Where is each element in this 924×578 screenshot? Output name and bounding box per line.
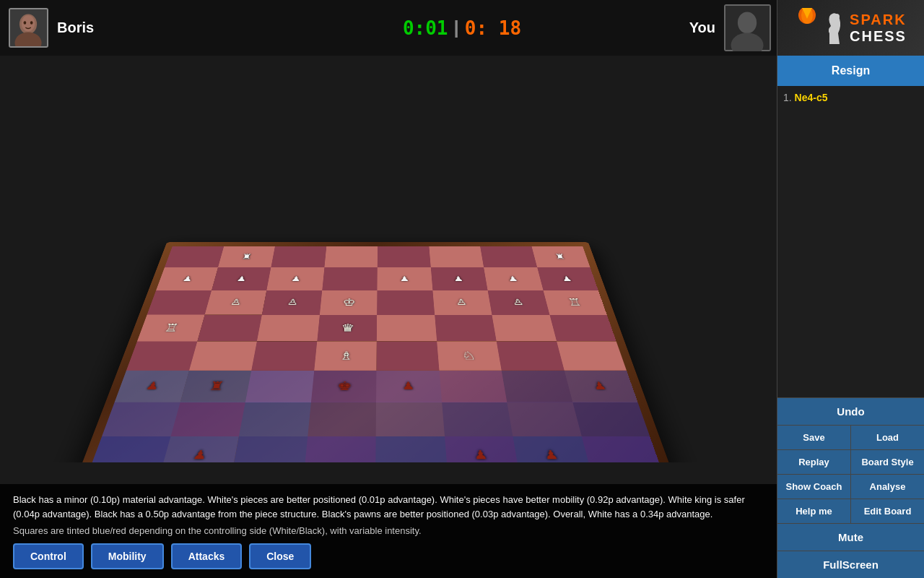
- helpme-editboard-row: Help me Edit Board: [777, 499, 924, 523]
- cell-r0c0: [165, 246, 224, 267]
- showcoach-analyse-row: Show Coach Analyse: [777, 475, 924, 499]
- cell-r7c5: ♟: [445, 436, 520, 462]
- cell-r5c2: [245, 371, 314, 402]
- board-style-button[interactable]: Board Style: [851, 450, 924, 474]
- cell-r1c5: ♟: [430, 267, 487, 290]
- edit-board-button[interactable]: Edit Board: [851, 499, 924, 523]
- cell-r2c3: ♔: [320, 290, 378, 315]
- cell-r4c7: [557, 341, 627, 370]
- save-button[interactable]: Save: [777, 426, 851, 449]
- show-coach-button[interactable]: Show Coach: [777, 475, 851, 499]
- cell-r4c3: ♗: [314, 341, 377, 370]
- cell-r2c5: ♙: [432, 290, 492, 315]
- cell-r2c1: ♙: [204, 290, 266, 315]
- cell-r0c7: ♜: [531, 246, 590, 267]
- svg-point-5: [30, 21, 33, 25]
- analysis-overlay: Black has a minor (0.10p) material advan…: [0, 484, 777, 578]
- cell-r7c0: [87, 436, 170, 462]
- cell-r6c0: [102, 402, 180, 436]
- replay-boardstyle-row: Replay Board Style: [777, 450, 924, 474]
- save-load-row: Save Load: [777, 426, 924, 449]
- player-right-name: You: [689, 20, 715, 36]
- analyse-button[interactable]: Analyse: [851, 475, 924, 499]
- cell-r7c7: [581, 436, 663, 462]
- cell-r0c5: [429, 246, 484, 267]
- svg-point-11: [834, 14, 840, 20]
- avatar-left: [9, 8, 48, 48]
- cell-r3c6: [492, 315, 556, 342]
- analysis-main-text: Black has a minor (0.10p) material advan…: [13, 493, 764, 521]
- cell-r4c0: [126, 341, 197, 370]
- close-button[interactable]: Close: [249, 543, 311, 569]
- logo-area: SPARK CHESS: [777, 0, 924, 56]
- board-transform-wrapper: ♜ ♜: [72, 242, 693, 462]
- analysis-sub-text: Squares are tinted blue/red depending on…: [13, 525, 764, 536]
- cell-r7c4: [375, 436, 448, 462]
- cell-r3c0: ♖: [137, 315, 204, 342]
- control-button[interactable]: Control: [13, 543, 84, 569]
- cell-r4c1: [189, 341, 257, 370]
- cell-r3c2: [257, 315, 320, 342]
- player-left-section: Boris: [0, 2, 103, 53]
- cell-r1c6: ♟: [484, 267, 543, 290]
- cell-r5c0: ♟: [115, 371, 189, 402]
- resign-button[interactable]: Resign: [777, 56, 924, 86]
- header: Boris 0:01 | 0: 18 You SPARK CHES: [0, 0, 924, 56]
- cell-r0c2: [271, 246, 326, 267]
- mute-button[interactable]: Mute: [777, 524, 924, 551]
- cell-r3c3: ♛: [317, 315, 377, 342]
- chess-board-3d: ♜ ♜: [0, 56, 777, 462]
- cell-r1c1: ♟: [212, 267, 271, 290]
- fullscreen-button[interactable]: FullScreen: [777, 551, 924, 578]
- cell-r3c5: [435, 315, 497, 342]
- cell-r3c1: [197, 315, 262, 342]
- load-button[interactable]: Load: [851, 426, 924, 449]
- cell-r6c6: [507, 402, 581, 436]
- cell-r4c4: [376, 341, 439, 370]
- attacks-button[interactable]: Attacks: [171, 543, 243, 569]
- undo-button[interactable]: Undo: [777, 398, 924, 425]
- cell-r2c0: [147, 290, 212, 315]
- right-panel: Resign 1. Ne4-c5 Undo Save Load Replay B…: [777, 56, 924, 578]
- player-left-name: Boris: [57, 20, 94, 36]
- cell-r6c7: [572, 402, 650, 436]
- cell-r2c2: ♙: [262, 290, 322, 315]
- cell-r5c3: ♚: [311, 371, 377, 402]
- timer-left: 0:01: [403, 17, 448, 39]
- cell-r1c4: ♟: [377, 267, 432, 290]
- cell-r4c2: [251, 341, 317, 370]
- cell-r6c2: [239, 402, 311, 436]
- cell-r4c6: [497, 341, 565, 370]
- cell-r5c5: [439, 371, 507, 402]
- cell-r3c7: [549, 315, 616, 342]
- cell-r1c0: ♟: [156, 267, 217, 290]
- board-wood-border: ♜ ♜: [74, 242, 676, 462]
- chess-grid: ♜ ♜: [87, 246, 663, 462]
- cell-r0c4: [378, 246, 431, 267]
- logo-text: SPARK CHESS: [850, 12, 907, 45]
- cell-r0c6: [480, 246, 537, 267]
- cell-r2c7: ♖: [543, 290, 607, 315]
- replay-button[interactable]: Replay: [777, 450, 851, 474]
- svg-point-4: [24, 21, 27, 25]
- cell-r7c6: ♟: [513, 436, 591, 462]
- cell-r4c5: ♘: [437, 341, 502, 370]
- cell-r6c1: [170, 402, 245, 436]
- mobility-button[interactable]: Mobility: [91, 543, 164, 569]
- board-area: ♜ ♜: [0, 56, 777, 578]
- cell-r7c1: ♟: [160, 436, 239, 462]
- help-me-button[interactable]: Help me: [777, 499, 851, 523]
- timers: 0:01 | 0: 18: [403, 17, 521, 39]
- cell-r6c4: [376, 402, 445, 436]
- player-right-section: You: [689, 4, 777, 51]
- cell-r6c3: [308, 402, 376, 436]
- cell-r0c3: [324, 246, 378, 267]
- cell-r2c4: [377, 290, 435, 315]
- cell-r0c1: ♜: [218, 246, 275, 267]
- cell-r1c7: ♟: [537, 267, 598, 290]
- cell-r7c3: [303, 436, 375, 462]
- cell-r7c2: [232, 436, 308, 462]
- cell-r1c2: ♟: [266, 267, 324, 290]
- avatar-right: [724, 4, 771, 51]
- cell-r5c7: ♟: [564, 371, 637, 402]
